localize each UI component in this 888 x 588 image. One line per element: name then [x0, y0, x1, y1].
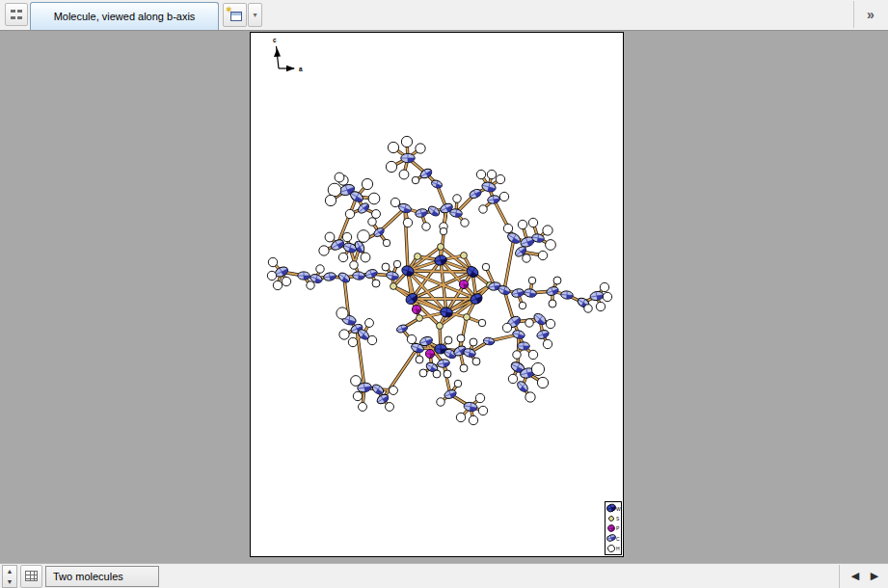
atom-H: [457, 334, 465, 342]
atom-H: [470, 338, 477, 346]
atom-H: [422, 223, 430, 230]
atom-H: [361, 253, 370, 262]
document-tab-bar: Molecule, viewed along b-axis ✶ ▾ »: [0, 0, 888, 31]
new-window-dropdown-button[interactable]: ▾: [248, 3, 262, 27]
legend-entry-H: H: [606, 544, 621, 553]
legend-glyph-P: [606, 523, 616, 533]
atom-H: [267, 271, 276, 280]
spin-down-button[interactable]: ▼: [3, 576, 16, 587]
atom-H: [453, 195, 461, 202]
atom-C: [415, 207, 428, 218]
atom-H: [478, 319, 486, 327]
atom-C: [524, 288, 537, 298]
atom-H: [345, 209, 354, 218]
status-bar: ▲ ▼ Two molecules ◀ ▶: [0, 563, 888, 588]
atom-H: [603, 292, 611, 301]
atom-H: [307, 281, 314, 289]
atom-H: [584, 305, 592, 312]
atom-H: [508, 374, 517, 383]
atom-H: [518, 220, 526, 228]
document-tab[interactable]: Molecule, viewed along b-axis: [30, 2, 219, 30]
atom-H: [549, 300, 556, 307]
legend-label: H: [616, 547, 620, 551]
atom-H: [600, 282, 608, 291]
atom-H: [403, 218, 412, 227]
atom-H: [496, 174, 504, 183]
previous-view-button[interactable]: ◀: [846, 566, 865, 587]
atom-H: [525, 319, 533, 327]
atom-H: [437, 398, 444, 406]
atom-C: [298, 272, 310, 280]
atom-H: [342, 232, 351, 241]
atom-H: [362, 178, 372, 189]
atom-H: [469, 415, 477, 424]
legend-glyph-H: [606, 544, 616, 553]
workspace: c a WSPCH: [0, 31, 888, 563]
triangle-up-icon: ▲: [7, 568, 13, 575]
spin-up-button[interactable]: ▲: [3, 566, 16, 576]
atom-H: [367, 335, 376, 344]
view-tab[interactable]: Two molecules: [45, 566, 159, 587]
legend-entry-W: W: [606, 503, 621, 513]
atom-H: [523, 254, 530, 262]
legend-label: W: [616, 506, 621, 511]
view-spinner: ▲ ▼: [2, 565, 17, 588]
tab-overflow-button[interactable]: »: [853, 1, 886, 28]
atom-H: [440, 227, 447, 235]
tile-windows-icon: [11, 9, 22, 20]
legend-glyph-W: [606, 503, 616, 513]
atom-C: [511, 287, 525, 298]
atom-H: [401, 136, 412, 147]
atom-C: [352, 271, 364, 280]
tile-windows-button[interactable]: [5, 3, 28, 26]
atom-P: [459, 280, 468, 288]
atom-H: [433, 370, 441, 378]
atom-H: [388, 142, 398, 152]
atom-H: [268, 257, 277, 266]
atom-S: [464, 314, 471, 321]
atom-H: [472, 358, 480, 365]
legend-glyph-S: [606, 514, 616, 523]
atom-H: [553, 277, 561, 284]
atom-H: [351, 376, 362, 387]
atom-H: [386, 403, 394, 412]
atom-H: [328, 183, 341, 197]
legend-label: S: [616, 517, 619, 521]
atom-H: [482, 263, 490, 271]
atom-H: [350, 261, 358, 269]
atom-H: [325, 232, 335, 242]
atom-H: [348, 337, 357, 346]
atom-H: [525, 392, 535, 402]
atom-H: [368, 193, 380, 204]
atom-H: [444, 370, 451, 378]
atom-H: [538, 251, 547, 259]
atom-C: [518, 342, 530, 350]
atom-C: [426, 204, 441, 218]
bond: [504, 238, 514, 290]
atom-C: [512, 329, 525, 339]
next-view-button[interactable]: ▶: [865, 566, 884, 587]
table-view-button[interactable]: [20, 565, 42, 588]
legend-glyph-C: [606, 533, 616, 543]
atom-H: [543, 226, 552, 235]
atom-H: [335, 173, 344, 182]
atom-H: [479, 205, 487, 213]
atom-H: [460, 364, 468, 372]
bond: [408, 271, 472, 272]
document-tab-label: Molecule, viewed along b-axis: [54, 11, 196, 22]
legend-entry-S: S: [606, 514, 621, 523]
new-window-button[interactable]: ✶: [223, 3, 247, 27]
atom-C: [336, 271, 351, 284]
atom-S: [438, 244, 444, 251]
atom-H: [338, 253, 347, 261]
legend-label: P: [616, 526, 619, 531]
atom-H: [372, 210, 381, 219]
atom-H: [596, 302, 605, 310]
atom-H: [416, 144, 425, 153]
atom-C: [364, 268, 379, 280]
atom-H: [546, 240, 556, 251]
atom-H: [537, 377, 548, 388]
atom-H: [319, 246, 329, 255]
atom-H: [543, 339, 552, 348]
star-icon: ✶: [226, 6, 233, 14]
